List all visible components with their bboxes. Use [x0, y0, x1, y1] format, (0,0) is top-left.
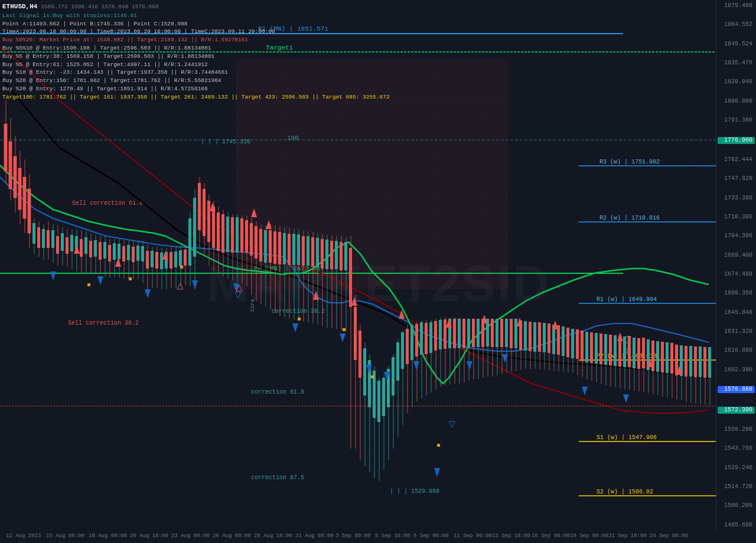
svg-rect-195	[292, 234, 295, 265]
svg-rect-233	[382, 378, 385, 416]
svg-rect-249	[420, 322, 423, 355]
svg-rect-403	[87, 283, 90, 286]
svg-rect-211	[330, 241, 333, 269]
svg-rect-241	[401, 332, 404, 369]
buy-line-1: Buy %0%20: Market Price at: 1548.082 || …	[2, 36, 390, 44]
svg-rect-201	[307, 236, 309, 266]
ohlc-text: 1589.772 1590.416 1576.868 1576.868	[41, 4, 159, 10]
price-1849: 1849.524	[718, 41, 755, 47]
price-1616: 1616.880	[718, 348, 755, 354]
targets-line: Target100: 1781.762 || Target 161: 1937.…	[2, 93, 390, 102]
svg-rect-153	[193, 198, 196, 257]
svg-rect-165	[221, 214, 224, 253]
svg-rect-239	[396, 342, 399, 381]
svg-rect-157	[203, 189, 206, 236]
svg-rect-269	[467, 319, 470, 348]
svg-rect-115	[103, 242, 106, 259]
price-1660: 1660.356	[718, 290, 755, 296]
svg-text:R3 (w) | 1751.902: R3 (w) | 1751.902	[599, 159, 660, 165]
svg-rect-101	[70, 235, 73, 251]
svg-rect-205	[316, 238, 319, 267]
points-line: Point A:11493.562 | Point B:1745.336 | P…	[2, 20, 390, 28]
svg-text:R1 (w) | 1649.904: R1 (w) | 1649.904	[597, 296, 657, 303]
svg-rect-253	[429, 322, 432, 353]
svg-rect-405	[180, 266, 183, 269]
price-1689: 1689.400	[718, 253, 755, 259]
buy-line-3: Buy %5 @ Entry:38: 1569.158 | Target:259…	[2, 53, 390, 61]
svg-rect-341	[637, 338, 640, 369]
svg-text:31 Aug 08:00: 31 Aug 08:00	[295, 533, 334, 539]
svg-rect-79	[18, 168, 21, 210]
svg-rect-191	[283, 233, 286, 264]
price-1558: 1558.280	[718, 427, 755, 433]
svg-rect-135	[151, 251, 154, 267]
price-1543: 1543.760	[718, 446, 755, 452]
svg-rect-193	[288, 234, 291, 265]
svg-rect-331	[614, 335, 617, 366]
svg-rect-251	[425, 323, 428, 354]
price-1645: 1645.840	[718, 310, 755, 316]
svg-rect-105	[80, 239, 83, 257]
svg-rect-139	[160, 253, 163, 269]
svg-rect-213	[335, 241, 338, 269]
svg-rect-203	[311, 237, 314, 267]
svg-rect-285	[505, 319, 508, 347]
svg-rect-125	[127, 245, 130, 260]
svg-text:23 Aug 08:00: 23 Aug 08:00	[171, 533, 210, 539]
svg-text:16 Sep 08:00: 16 Sep 08:00	[532, 533, 570, 539]
svg-rect-163	[217, 212, 220, 251]
svg-text:19 Sep 00:00: 19 Sep 00:00	[570, 533, 608, 539]
buy-line-2: Buy %5%10 @ Entry:1590.108 | Target:2596…	[2, 44, 390, 53]
symbol-line: ETHUSD,H4 1589.772 1590.416 1576.868 157…	[2, 2, 390, 12]
svg-rect-353	[666, 342, 669, 373]
svg-rect-161	[212, 207, 215, 248]
svg-text:18 Aug 00:00: 18 Aug 00:00	[89, 533, 127, 539]
svg-rect-85	[32, 223, 35, 244]
svg-rect-263	[453, 319, 456, 348]
svg-rect-209	[325, 240, 328, 269]
svg-rect-327	[604, 334, 607, 365]
svg-text:24 Sep 08:00: 24 Sep 08:00	[650, 533, 688, 539]
svg-rect-319	[585, 332, 588, 362]
svg-rect-155	[198, 183, 201, 230]
svg-rect-259	[444, 319, 447, 349]
svg-rect-247	[415, 324, 418, 356]
svg-text:Sell correction 61.8: Sell correction 61.8	[72, 200, 143, 207]
price-1835: 1835.476	[718, 60, 755, 66]
svg-rect-187	[273, 231, 276, 264]
svg-text:21 Sep 16:00: 21 Sep 16:00	[608, 533, 647, 539]
svg-rect-81	[23, 177, 26, 218]
svg-rect-91	[47, 230, 50, 248]
svg-text:13 Sep 16:00: 13 Sep 16:00	[492, 533, 530, 539]
svg-text:| | | 1529.988: | | | 1529.988	[390, 488, 439, 495]
buy-line-5: Buy %10 @ Entry: -23: 1434.143 || Target…	[2, 68, 390, 77]
svg-rect-95	[56, 236, 59, 254]
svg-rect-407	[343, 328, 346, 331]
svg-rect-335	[623, 336, 626, 367]
price-1762: 1762.444	[718, 157, 755, 163]
svg-rect-267	[462, 319, 465, 348]
svg-text:3 Sep 00:00: 3 Sep 00:00	[335, 533, 370, 539]
svg-rect-159	[207, 201, 210, 242]
svg-rect-281	[496, 319, 498, 347]
svg-rect-171	[236, 217, 239, 253]
price-1485: 1485.680	[718, 522, 755, 528]
svg-rect-99	[66, 237, 69, 254]
price-1572: 1572.300	[718, 407, 755, 414]
svg-rect-339	[633, 338, 636, 368]
svg-rect-406	[298, 318, 301, 320]
svg-text:5 Sep 16:00: 5 Sep 16:00	[375, 533, 410, 539]
svg-rect-185	[269, 230, 272, 263]
svg-rect-289	[514, 319, 517, 348]
svg-rect-137	[155, 252, 158, 269]
chart-container: R1 (MN) | 1851.571 Target1 R3 (w) | 1751…	[0, 0, 756, 543]
price-1791: 1791.380	[718, 117, 755, 123]
price-1674: 1674.488	[718, 272, 755, 277]
price-axis: 1879.400 1864.552 1849.524 1835.476 1820…	[716, 0, 756, 531]
svg-rect-113	[99, 242, 102, 260]
svg-text:R2 (w) | 1710.016: R2 (w) | 1710.016	[599, 215, 660, 221]
svg-rect-343	[642, 338, 645, 368]
svg-rect-245	[410, 326, 413, 360]
price-1879: 1879.400	[718, 3, 755, 9]
svg-rect-175	[245, 220, 248, 253]
